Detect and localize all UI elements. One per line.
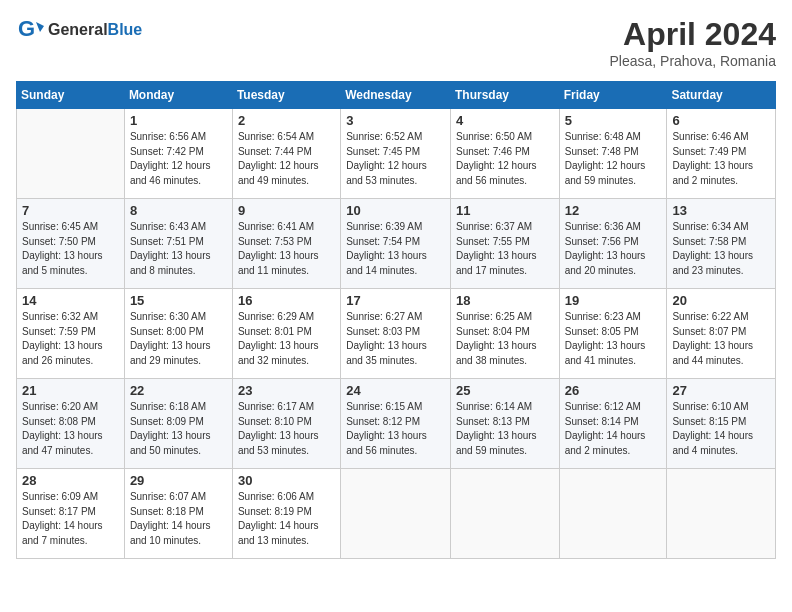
day-number: 25 [456,383,554,398]
day-info: Sunrise: 6:54 AMSunset: 7:44 PMDaylight:… [238,130,335,188]
day-info: Sunrise: 6:12 AMSunset: 8:14 PMDaylight:… [565,400,662,458]
calendar-cell: 30Sunrise: 6:06 AMSunset: 8:19 PMDayligh… [232,469,340,559]
calendar-cell: 15Sunrise: 6:30 AMSunset: 8:00 PMDayligh… [124,289,232,379]
calendar-cell: 11Sunrise: 6:37 AMSunset: 7:55 PMDayligh… [450,199,559,289]
day-info: Sunrise: 6:41 AMSunset: 7:53 PMDaylight:… [238,220,335,278]
day-info: Sunrise: 6:43 AMSunset: 7:51 PMDaylight:… [130,220,227,278]
day-number: 21 [22,383,119,398]
day-info: Sunrise: 6:22 AMSunset: 8:07 PMDaylight:… [672,310,770,368]
calendar-cell [17,109,125,199]
day-number: 23 [238,383,335,398]
weekday-header-thursday: Thursday [450,82,559,109]
calendar-cell: 9Sunrise: 6:41 AMSunset: 7:53 PMDaylight… [232,199,340,289]
weekday-header-friday: Friday [559,82,667,109]
weekday-header-sunday: Sunday [17,82,125,109]
day-info: Sunrise: 6:46 AMSunset: 7:49 PMDaylight:… [672,130,770,188]
calendar-cell: 7Sunrise: 6:45 AMSunset: 7:50 PMDaylight… [17,199,125,289]
day-number: 22 [130,383,227,398]
day-info: Sunrise: 6:27 AMSunset: 8:03 PMDaylight:… [346,310,445,368]
calendar-cell: 29Sunrise: 6:07 AMSunset: 8:18 PMDayligh… [124,469,232,559]
day-info: Sunrise: 6:56 AMSunset: 7:42 PMDaylight:… [130,130,227,188]
calendar-cell: 25Sunrise: 6:14 AMSunset: 8:13 PMDayligh… [450,379,559,469]
calendar-cell: 20Sunrise: 6:22 AMSunset: 8:07 PMDayligh… [667,289,776,379]
day-info: Sunrise: 6:09 AMSunset: 8:17 PMDaylight:… [22,490,119,548]
calendar-week-row: 1Sunrise: 6:56 AMSunset: 7:42 PMDaylight… [17,109,776,199]
weekday-header-monday: Monday [124,82,232,109]
svg-marker-2 [36,22,44,32]
day-info: Sunrise: 6:23 AMSunset: 8:05 PMDaylight:… [565,310,662,368]
day-number: 10 [346,203,445,218]
calendar-cell: 5Sunrise: 6:48 AMSunset: 7:48 PMDaylight… [559,109,667,199]
calendar-cell [559,469,667,559]
day-info: Sunrise: 6:18 AMSunset: 8:09 PMDaylight:… [130,400,227,458]
logo-blue-text: Blue [108,21,143,38]
calendar-week-row: 14Sunrise: 6:32 AMSunset: 7:59 PMDayligh… [17,289,776,379]
day-number: 14 [22,293,119,308]
logo-general: General [48,21,108,38]
day-info: Sunrise: 6:39 AMSunset: 7:54 PMDaylight:… [346,220,445,278]
calendar-cell: 28Sunrise: 6:09 AMSunset: 8:17 PMDayligh… [17,469,125,559]
calendar-cell: 13Sunrise: 6:34 AMSunset: 7:58 PMDayligh… [667,199,776,289]
day-info: Sunrise: 6:32 AMSunset: 7:59 PMDaylight:… [22,310,119,368]
calendar-cell: 3Sunrise: 6:52 AMSunset: 7:45 PMDaylight… [341,109,451,199]
calendar-cell: 8Sunrise: 6:43 AMSunset: 7:51 PMDaylight… [124,199,232,289]
calendar-table: SundayMondayTuesdayWednesdayThursdayFrid… [16,81,776,559]
day-number: 24 [346,383,445,398]
day-info: Sunrise: 6:29 AMSunset: 8:01 PMDaylight:… [238,310,335,368]
day-info: Sunrise: 6:36 AMSunset: 7:56 PMDaylight:… [565,220,662,278]
calendar-cell: 14Sunrise: 6:32 AMSunset: 7:59 PMDayligh… [17,289,125,379]
calendar-cell [667,469,776,559]
calendar-cell: 21Sunrise: 6:20 AMSunset: 8:08 PMDayligh… [17,379,125,469]
day-number: 4 [456,113,554,128]
calendar-cell: 26Sunrise: 6:12 AMSunset: 8:14 PMDayligh… [559,379,667,469]
day-number: 9 [238,203,335,218]
day-info: Sunrise: 6:48 AMSunset: 7:48 PMDaylight:… [565,130,662,188]
day-number: 15 [130,293,227,308]
day-info: Sunrise: 6:45 AMSunset: 7:50 PMDaylight:… [22,220,119,278]
day-number: 1 [130,113,227,128]
calendar-cell: 18Sunrise: 6:25 AMSunset: 8:04 PMDayligh… [450,289,559,379]
location-subtitle: Pleasa, Prahova, Romania [609,53,776,69]
calendar-week-row: 21Sunrise: 6:20 AMSunset: 8:08 PMDayligh… [17,379,776,469]
calendar-cell: 16Sunrise: 6:29 AMSunset: 8:01 PMDayligh… [232,289,340,379]
calendar-header: SundayMondayTuesdayWednesdayThursdayFrid… [17,82,776,109]
day-info: Sunrise: 6:30 AMSunset: 8:00 PMDaylight:… [130,310,227,368]
calendar-cell [450,469,559,559]
month-year-title: April 2024 [609,16,776,53]
day-number: 8 [130,203,227,218]
day-info: Sunrise: 6:34 AMSunset: 7:58 PMDaylight:… [672,220,770,278]
weekday-header-tuesday: Tuesday [232,82,340,109]
day-number: 18 [456,293,554,308]
day-number: 13 [672,203,770,218]
calendar-cell: 19Sunrise: 6:23 AMSunset: 8:05 PMDayligh… [559,289,667,379]
day-number: 27 [672,383,770,398]
day-number: 29 [130,473,227,488]
calendar-week-row: 7Sunrise: 6:45 AMSunset: 7:50 PMDaylight… [17,199,776,289]
calendar-cell: 1Sunrise: 6:56 AMSunset: 7:42 PMDaylight… [124,109,232,199]
day-number: 3 [346,113,445,128]
calendar-cell: 6Sunrise: 6:46 AMSunset: 7:49 PMDaylight… [667,109,776,199]
calendar-cell: 22Sunrise: 6:18 AMSunset: 8:09 PMDayligh… [124,379,232,469]
day-info: Sunrise: 6:50 AMSunset: 7:46 PMDaylight:… [456,130,554,188]
calendar-cell: 27Sunrise: 6:10 AMSunset: 8:15 PMDayligh… [667,379,776,469]
calendar-cell: 2Sunrise: 6:54 AMSunset: 7:44 PMDaylight… [232,109,340,199]
day-number: 6 [672,113,770,128]
calendar-cell: 4Sunrise: 6:50 AMSunset: 7:46 PMDaylight… [450,109,559,199]
day-info: Sunrise: 6:15 AMSunset: 8:12 PMDaylight:… [346,400,445,458]
logo-icon: G [16,16,44,44]
day-number: 19 [565,293,662,308]
day-number: 16 [238,293,335,308]
weekday-header-row: SundayMondayTuesdayWednesdayThursdayFrid… [17,82,776,109]
day-info: Sunrise: 6:25 AMSunset: 8:04 PMDaylight:… [456,310,554,368]
calendar-week-row: 28Sunrise: 6:09 AMSunset: 8:17 PMDayligh… [17,469,776,559]
day-number: 26 [565,383,662,398]
day-number: 2 [238,113,335,128]
day-number: 28 [22,473,119,488]
calendar-cell: 10Sunrise: 6:39 AMSunset: 7:54 PMDayligh… [341,199,451,289]
svg-text:G: G [18,16,35,41]
calendar-cell: 12Sunrise: 6:36 AMSunset: 7:56 PMDayligh… [559,199,667,289]
title-area: April 2024 Pleasa, Prahova, Romania [609,16,776,69]
day-number: 5 [565,113,662,128]
day-info: Sunrise: 6:06 AMSunset: 8:19 PMDaylight:… [238,490,335,548]
day-info: Sunrise: 6:17 AMSunset: 8:10 PMDaylight:… [238,400,335,458]
